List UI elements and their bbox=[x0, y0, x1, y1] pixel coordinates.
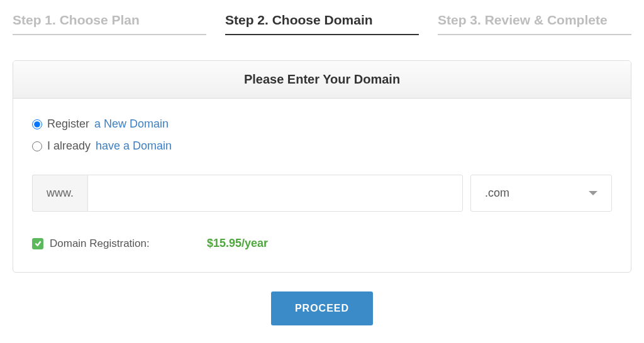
already-link: have a Domain bbox=[96, 139, 172, 153]
www-prefix: www. bbox=[32, 175, 87, 212]
registration-label: Domain Registration: bbox=[50, 237, 201, 250]
steps-nav: Step 1. Choose Plan Step 2. Choose Domai… bbox=[13, 13, 631, 35]
option-have-domain[interactable]: I already have a Domain bbox=[32, 139, 612, 153]
check-icon bbox=[32, 238, 43, 249]
registration-price: $15.95/year bbox=[207, 237, 268, 250]
tld-value: .com bbox=[485, 187, 509, 200]
chevron-down-icon bbox=[589, 191, 597, 195]
proceed-button[interactable]: PROCEED bbox=[271, 291, 373, 325]
register-link: a New Domain bbox=[94, 117, 169, 131]
domain-input-row: www. .com bbox=[32, 175, 612, 212]
panel-title: Please Enter Your Domain bbox=[13, 61, 631, 99]
step-1-choose-plan[interactable]: Step 1. Choose Plan bbox=[13, 13, 206, 35]
tld-select[interactable]: .com bbox=[470, 175, 612, 212]
step-3-review-complete[interactable]: Step 3. Review & Complete bbox=[438, 13, 631, 35]
already-text: I already bbox=[47, 139, 91, 153]
option-register-new[interactable]: Register a New Domain bbox=[32, 117, 612, 131]
radio-have-domain[interactable] bbox=[32, 141, 42, 151]
step-2-choose-domain[interactable]: Step 2. Choose Domain bbox=[225, 13, 419, 35]
registration-row: Domain Registration: $15.95/year bbox=[32, 237, 612, 250]
domain-panel: Please Enter Your Domain Register a New … bbox=[13, 60, 631, 273]
radio-register[interactable] bbox=[32, 119, 42, 129]
register-text: Register bbox=[47, 117, 89, 131]
domain-input[interactable] bbox=[87, 175, 463, 212]
panel-body: Register a New Domain I already have a D… bbox=[13, 99, 631, 272]
